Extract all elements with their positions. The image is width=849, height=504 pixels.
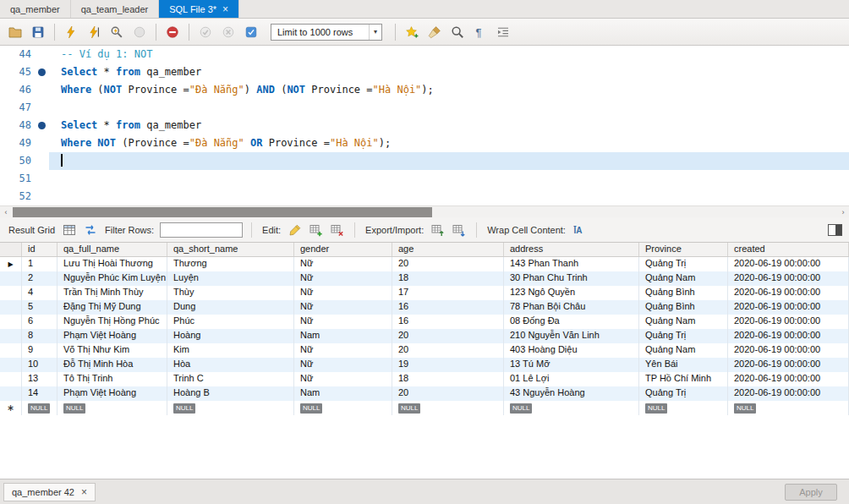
table-row[interactable]: 4Trần Thị Minh ThùyThùyNữ17123 Ngô Quyền…	[0, 286, 849, 300]
close-tab-icon[interactable]: ×	[222, 4, 228, 14]
table-row[interactable]: ▶1Lưu Thị Hoài ThươngThươngNữ20143 Phan …	[0, 257, 849, 271]
editor-line-45[interactable]: 45Select * from qa_member	[0, 63, 849, 81]
cell-null-qa-short-name[interactable]: NULL	[167, 401, 294, 415]
cell-age[interactable]: 19	[392, 358, 504, 372]
cell-id[interactable]: 8	[22, 329, 58, 343]
cell-null-created[interactable]: NULL	[728, 401, 849, 415]
cell-null-province[interactable]: NULL	[639, 401, 728, 415]
cell-province[interactable]: Quảng Bình	[639, 300, 728, 315]
editor-horizontal-scrollbar[interactable]: ‹ ›	[0, 205, 849, 217]
editor-line-47[interactable]: 47	[0, 99, 849, 117]
cell-qa-full-name[interactable]: Nguyễn Phúc Kim Luyện	[58, 271, 167, 286]
cell-address[interactable]: 13 Tú Mỡ	[504, 358, 639, 372]
cell-created[interactable]: 2020-06-19 00:00:00	[728, 358, 849, 372]
cell-age[interactable]: 18	[392, 372, 504, 386]
cell-gender[interactable]: Nam	[294, 386, 392, 401]
cell-gender[interactable]: Nữ	[294, 300, 392, 315]
column-header-age[interactable]: age	[392, 243, 504, 256]
cell-qa-full-name[interactable]: Phạm Việt Hoàng	[58, 329, 167, 343]
indent-icon[interactable]	[493, 22, 513, 42]
cell-address[interactable]: 43 Nguyễn Hoàng	[504, 386, 639, 401]
cell-created[interactable]: 2020-06-19 00:00:00	[728, 386, 849, 401]
cell-qa-full-name[interactable]: Phạm Việt Hoàng	[58, 386, 167, 401]
table-row[interactable]: 2Nguyễn Phúc Kim LuyệnLuyệnNữ1830 Phan C…	[0, 271, 849, 286]
cell-gender[interactable]: Nữ	[294, 315, 392, 329]
table-row[interactable]: 9Võ Thị Như KimKimNữ20403 Hoàng DiệuQuản…	[0, 343, 849, 358]
cell-qa-full-name[interactable]: Tô Thị Trinh	[58, 372, 167, 386]
cell-qa-full-name[interactable]: Đỗ Thị Minh Hòa	[58, 358, 167, 372]
cell-created[interactable]: 2020-06-19 00:00:00	[728, 315, 849, 329]
cell-id[interactable]: 9	[22, 343, 58, 358]
table-row[interactable]: 6Nguyễn Thị Hồng PhúcPhúcNữ1608 Đống ĐaQ…	[0, 315, 849, 329]
cell-province[interactable]: Yên Bái	[639, 358, 728, 372]
cell-province[interactable]: Quảng Nam	[639, 271, 728, 286]
column-header-address[interactable]: address	[504, 243, 639, 256]
cell-qa-short-name[interactable]: Hoàng	[167, 329, 294, 343]
cell-province[interactable]: Quảng Bình	[639, 286, 728, 300]
cell-id[interactable]: 1	[22, 257, 58, 271]
cell-gender[interactable]: Nữ	[294, 358, 392, 372]
cell-created[interactable]: 2020-06-19 00:00:00	[728, 329, 849, 343]
open-script-icon[interactable]	[5, 22, 25, 42]
result-tab-qa-member[interactable]: qa_member 42 ×	[3, 483, 96, 501]
export-icon[interactable]	[430, 222, 446, 238]
find-icon[interactable]	[447, 22, 468, 42]
cell-id[interactable]: 13	[22, 372, 58, 386]
cell-created[interactable]: 2020-06-19 00:00:00	[728, 286, 849, 300]
cell-age[interactable]: 20	[392, 343, 504, 358]
panel-toggle-icon[interactable]	[828, 224, 842, 236]
table-row[interactable]: 14Phạm Việt HoàngHoàng BNam2043 Nguyễn H…	[0, 386, 849, 401]
cell-age[interactable]: 16	[392, 315, 504, 329]
cell-address[interactable]: 30 Phan Chu Trinh	[504, 271, 639, 286]
cell-qa-full-name[interactable]: Nguyễn Thị Hồng Phúc	[58, 315, 167, 329]
toggle-stop-on-error-icon[interactable]	[162, 22, 183, 42]
cell-created[interactable]: 2020-06-19 00:00:00	[728, 372, 849, 386]
editor-line-46[interactable]: 46Where (NOT Province ="Đà Nẵng") AND (N…	[0, 81, 849, 99]
cell-qa-full-name[interactable]: Trần Thị Minh Thùy	[58, 286, 167, 300]
editor-tab-sql-file-3[interactable]: SQL File 3*×	[159, 0, 239, 18]
column-header-qa-short-name[interactable]: qa_short_name	[167, 243, 294, 256]
cell-qa-short-name[interactable]: Kim	[167, 343, 294, 358]
cell-qa-short-name[interactable]: Dung	[167, 300, 294, 315]
editor-line-49[interactable]: 49Where NOT (Province ="Đà Nẵng" OR Prov…	[0, 134, 849, 152]
cell-province[interactable]: Quảng Trị	[639, 386, 728, 401]
cell-age[interactable]: 16	[392, 300, 504, 315]
cell-gender[interactable]: Nữ	[294, 257, 392, 271]
execute-icon[interactable]	[61, 22, 81, 42]
cell-province[interactable]: TP Hồ Chí Minh	[639, 372, 728, 386]
edit-record-icon[interactable]	[287, 222, 304, 238]
cell-address[interactable]: 210 Nguyễn Văn Linh	[504, 329, 639, 343]
cell-null-gender[interactable]: NULL	[294, 401, 392, 415]
cell-id[interactable]: 6	[22, 315, 58, 329]
cell-qa-short-name[interactable]: Thương	[167, 257, 294, 271]
table-row[interactable]: 10Đỗ Thị Minh HòaHòaNữ1913 Tú MỡYên Bái2…	[0, 358, 849, 372]
cell-qa-short-name[interactable]: Hòa	[167, 358, 294, 372]
cell-address[interactable]: 123 Ngô Quyền	[504, 286, 639, 300]
cell-qa-short-name[interactable]: Thùy	[167, 286, 294, 300]
commit-icon[interactable]	[195, 22, 216, 42]
cell-null-id[interactable]: NULL	[22, 401, 58, 415]
column-header-qa-full-name[interactable]: qa_full_name	[58, 243, 167, 256]
limit-rows-dropdown[interactable]: Limit to 1000 rows▾	[271, 24, 382, 41]
stop-icon[interactable]	[129, 22, 150, 42]
rollback-icon[interactable]	[218, 22, 238, 42]
cell-address[interactable]: 143 Phan Thanh	[504, 257, 639, 271]
cell-qa-short-name[interactable]: Hoàng B	[167, 386, 294, 401]
cell-gender[interactable]: Nữ	[294, 343, 392, 358]
cell-province[interactable]: Quảng Trị	[639, 257, 728, 271]
apply-button[interactable]: Apply	[785, 484, 837, 501]
cell-qa-short-name[interactable]: Luyện	[167, 271, 294, 286]
editor-tab-qa-member[interactable]: qa_member	[0, 0, 71, 18]
cell-age[interactable]: 20	[392, 386, 504, 401]
column-header-gender[interactable]: gender	[294, 243, 392, 256]
filter-rows-input[interactable]	[160, 222, 243, 238]
scroll-right-arrow-icon[interactable]: ›	[837, 206, 849, 218]
cell-qa-full-name[interactable]: Võ Thị Như Kim	[58, 343, 167, 358]
cell-null-address[interactable]: NULL	[504, 401, 639, 415]
cell-created[interactable]: 2020-06-19 00:00:00	[728, 300, 849, 315]
table-row[interactable]: 8Phạm Việt HoàngHoàngNam20210 Nguyễn Văn…	[0, 329, 849, 343]
swap-columns-icon[interactable]	[82, 222, 99, 238]
cell-gender[interactable]: Nữ	[294, 271, 392, 286]
cell-id[interactable]: 5	[22, 300, 58, 315]
column-header-id[interactable]: id	[22, 243, 58, 256]
